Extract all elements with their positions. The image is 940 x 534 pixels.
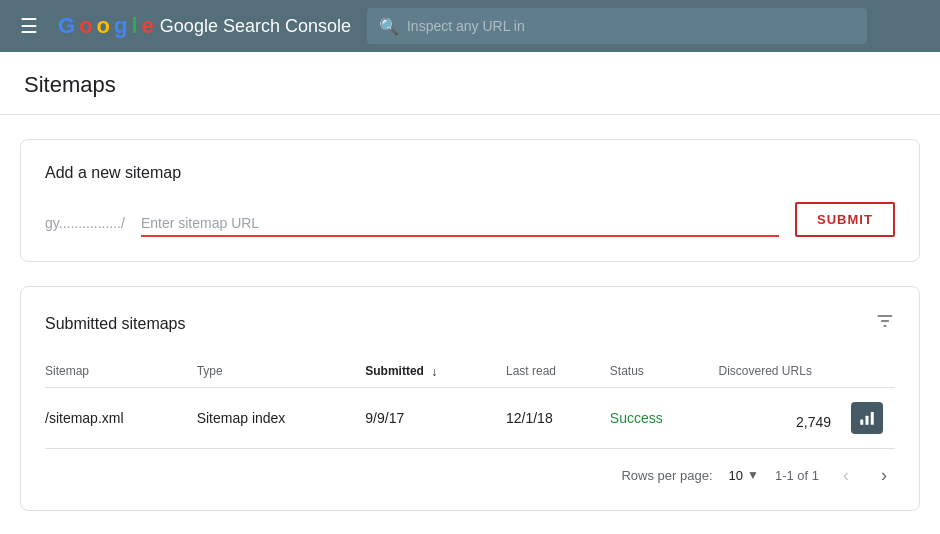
search-icon: 🔍: [379, 17, 399, 36]
card2-header: Submitted sitemaps: [45, 311, 895, 336]
sitemap-prefix: gy................/: [45, 215, 125, 237]
add-sitemap-card: Add a new sitemap gy................/ SU…: [20, 139, 920, 262]
sitemap-field-wrap: [141, 211, 779, 237]
cell-type: Sitemap index: [197, 387, 366, 448]
rows-per-page-select[interactable]: 10 ▼: [729, 468, 759, 483]
search-placeholder: Inspect any URL in: [407, 18, 525, 34]
menu-icon[interactable]: ☰: [16, 10, 42, 42]
cell-last-read: 12/1/18: [506, 387, 610, 448]
sitemap-url-input[interactable]: [141, 211, 779, 235]
cell-status: Success: [610, 387, 719, 448]
pagination-row: Rows per page: 10 ▼ 1-1 of 1 ‹ ›: [45, 449, 895, 494]
table-header-row: Sitemap Type Submitted ↓ Last read Statu…: [45, 356, 895, 387]
view-details-icon[interactable]: [851, 402, 883, 434]
rows-per-page-label: Rows per page:: [621, 468, 712, 483]
col-discovered-urls: Discovered URLs: [719, 356, 895, 387]
page-title-bar: Sitemaps: [0, 52, 940, 115]
search-bar[interactable]: 🔍 Inspect any URL in: [367, 8, 867, 44]
header: ☰ Google Google Search Console 🔍 Inspect…: [0, 0, 940, 52]
filter-icon[interactable]: [875, 311, 895, 336]
submitted-sitemaps-title: Submitted sitemaps: [45, 315, 186, 333]
submit-button[interactable]: SUBMIT: [795, 202, 895, 237]
app-title: Google Search Console: [160, 16, 351, 37]
page-info: 1-1 of 1: [775, 468, 819, 483]
svg-rect-4: [866, 416, 869, 425]
cell-sitemap: /sitemap.xml: [45, 387, 197, 448]
next-page-button[interactable]: ›: [873, 461, 895, 490]
col-last-read: Last read: [506, 356, 610, 387]
page-title: Sitemaps: [24, 72, 916, 98]
cell-discovered-urls: 2,749: [719, 387, 895, 448]
col-type: Type: [197, 356, 366, 387]
sitemap-input-row: gy................/ SUBMIT: [45, 202, 895, 237]
cell-submitted: 9/9/17: [365, 387, 506, 448]
prev-page-button[interactable]: ‹: [835, 461, 857, 490]
col-status: Status: [610, 356, 719, 387]
header-logo: Google Google Search Console: [58, 13, 351, 39]
svg-rect-5: [871, 412, 874, 425]
rows-per-page-chevron-icon: ▼: [747, 468, 759, 482]
sort-arrow-icon: ↓: [431, 365, 437, 379]
page-container: Sitemaps Add a new sitemap gy...........…: [0, 52, 940, 534]
add-sitemap-title: Add a new sitemap: [45, 164, 895, 182]
svg-rect-3: [860, 419, 863, 424]
sitemaps-table: Sitemap Type Submitted ↓ Last read Statu…: [45, 356, 895, 449]
col-sitemap: Sitemap: [45, 356, 197, 387]
col-submitted[interactable]: Submitted ↓: [365, 356, 506, 387]
rows-per-page-value: 10: [729, 468, 743, 483]
submitted-sitemaps-card: Submitted sitemaps Sitemap Type Submitte…: [20, 286, 920, 511]
table-row: /sitemap.xml Sitemap index 9/9/17 12/1/1…: [45, 387, 895, 448]
